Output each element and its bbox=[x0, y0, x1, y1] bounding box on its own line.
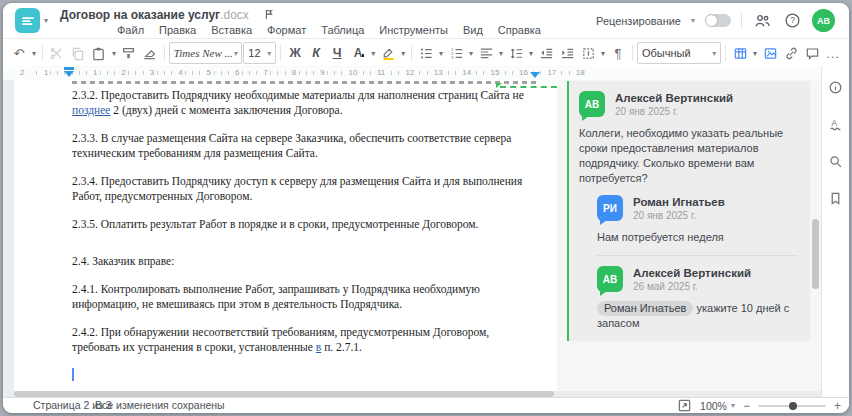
collaboration-users-icon[interactable] bbox=[752, 10, 772, 32]
ruler-number: 7 bbox=[262, 68, 268, 77]
comment-thread[interactable]: РИРоман Игнатьев20 янв 2025 г.Нам потреб… bbox=[597, 195, 798, 245]
align-caret-icon[interactable]: ▾ bbox=[497, 42, 505, 64]
comment-date: 20 янв 2025 г. bbox=[615, 106, 798, 117]
insert-table-caret-icon[interactable]: ▾ bbox=[751, 42, 759, 64]
comment-thread[interactable]: АВАлексей Вертинский26 май 2025 г.Роман … bbox=[597, 255, 798, 331]
menu-item-8[interactable]: Справка bbox=[498, 24, 541, 36]
paragraph[interactable]: 2.4.1. Контролировать выполнение Работ, … bbox=[72, 282, 536, 312]
right-sidebar: А bbox=[821, 67, 849, 398]
review-mode-label[interactable]: Рецензирование bbox=[596, 15, 681, 27]
mention-chip[interactable]: Роман Игнатьев bbox=[597, 301, 693, 316]
align-left-button[interactable] bbox=[476, 42, 496, 64]
bullet-list-caret-icon[interactable]: ▾ bbox=[437, 42, 445, 64]
first-line-indent-marker[interactable] bbox=[64, 71, 74, 77]
zoom-out-button[interactable]: − bbox=[743, 401, 750, 411]
status-bar: Страница 2 из 3 Все изменения сохранены … bbox=[3, 397, 849, 413]
vertical-scrollbar[interactable] bbox=[812, 219, 819, 289]
svg-text:3: 3 bbox=[451, 55, 454, 60]
menu-item-5[interactable]: Таблица bbox=[321, 24, 364, 36]
document-page[interactable]: 2.3.2. Предоставить Подрядчику необходим… bbox=[14, 80, 558, 391]
app-window: ▾ Договор на оказание услуг.docx ФайлПра… bbox=[3, 3, 849, 413]
comment-text-content: Нам потребуется неделя bbox=[597, 231, 724, 243]
paragraph[interactable]: 2.4.2. При обнаружении несоответствий тр… bbox=[72, 325, 536, 355]
highlight-color-button[interactable] bbox=[378, 42, 398, 64]
help-icon[interactable]: ? bbox=[782, 10, 802, 32]
paste-button[interactable] bbox=[89, 42, 109, 64]
bullet-list-button[interactable] bbox=[416, 42, 436, 64]
menu-item-2[interactable]: Правка bbox=[159, 24, 196, 36]
paragraph[interactable]: 2.3.2. Предоставить Подрядчику необходим… bbox=[72, 88, 536, 118]
paragraph-borders-caret-icon[interactable]: ▾ bbox=[599, 42, 607, 64]
line-spacing-caret-icon[interactable]: ▾ bbox=[527, 42, 535, 64]
numbered-list-button[interactable]: 123 bbox=[446, 42, 466, 64]
toolbar-more-button[interactable]: ... bbox=[823, 42, 843, 64]
paragraph-text: 2.3.2. Предоставить Подрядчику необходим… bbox=[72, 89, 524, 101]
document-text[interactable]: 2.3.2. Предоставить Подрядчику необходим… bbox=[72, 88, 536, 383]
comment-author: Алексей Вертинский bbox=[633, 266, 798, 279]
comment-thread[interactable]: АВАлексей Вертинский20 янв 2025 г.Коллег… bbox=[579, 91, 798, 185]
font-name-select[interactable]: Times New ...▾ bbox=[169, 42, 243, 64]
paragraph-borders-button[interactable] bbox=[578, 42, 598, 64]
format-painter-button[interactable] bbox=[119, 42, 139, 64]
flag-icon[interactable] bbox=[263, 8, 275, 21]
insert-table-button[interactable] bbox=[730, 42, 750, 64]
user-avatar[interactable]: АВ bbox=[812, 9, 835, 32]
paragraph[interactable]: 2.3.5. Оплатить результат Работ в порядк… bbox=[72, 217, 536, 232]
decrease-indent-button[interactable] bbox=[536, 42, 556, 64]
paragraph-text: 2.4.2. При обнаружении несоответствий тр… bbox=[72, 326, 489, 353]
save-status: Все изменения сохранены bbox=[95, 399, 225, 411]
spellcheck-icon[interactable]: А bbox=[828, 116, 844, 132]
zoom-slider[interactable] bbox=[758, 405, 826, 407]
undo-caret-icon[interactable]: ▾ bbox=[30, 42, 38, 64]
paragraph-style-select[interactable]: Обычный▾ bbox=[637, 42, 721, 64]
zoom-level[interactable]: 100% bbox=[700, 400, 727, 412]
zoom-in-button[interactable]: + bbox=[834, 401, 841, 411]
menu-item-1[interactable]: Файл bbox=[117, 24, 144, 36]
ruler-number: 1 bbox=[92, 68, 98, 77]
text-cursor bbox=[72, 368, 74, 381]
line-spacing-button[interactable] bbox=[506, 42, 526, 64]
fit-to-width-button[interactable] bbox=[676, 398, 692, 414]
zoom-slider-handle[interactable] bbox=[789, 402, 797, 410]
about-info-icon[interactable] bbox=[828, 79, 844, 95]
insert-image-button[interactable] bbox=[760, 42, 780, 64]
logo-caret-icon[interactable]: ▾ bbox=[44, 16, 48, 25]
increase-indent-button[interactable] bbox=[557, 42, 577, 64]
font-color-caret-icon[interactable]: ▾ bbox=[369, 42, 377, 64]
menu-item-6[interactable]: Инструменты bbox=[379, 24, 448, 36]
comment-author: Роман Игнатьев bbox=[633, 195, 798, 208]
menu-item-3[interactable]: Вставка bbox=[211, 24, 252, 36]
review-toggle[interactable] bbox=[705, 14, 731, 27]
underline-button[interactable]: Ч bbox=[327, 42, 347, 64]
font-color-button[interactable]: А bbox=[348, 42, 368, 64]
zoom-caret-icon[interactable]: ▾ bbox=[731, 401, 735, 410]
bookmark-icon[interactable] bbox=[828, 190, 844, 206]
clear-style-button[interactable] bbox=[140, 42, 160, 64]
numbered-list-caret-icon[interactable]: ▾ bbox=[467, 42, 475, 64]
insert-link-button[interactable] bbox=[781, 42, 801, 64]
app-logo-icon[interactable] bbox=[15, 8, 40, 33]
insert-comment-button[interactable] bbox=[802, 42, 822, 64]
ruler-number: 4 bbox=[177, 68, 183, 77]
paragraph[interactable]: 2.3.3. В случае размещения Сайта на серв… bbox=[72, 131, 536, 161]
nonprinting-chars-button[interactable]: ¶ bbox=[608, 42, 628, 64]
paragraph[interactable]: 2.4. Заказчик вправе: bbox=[72, 254, 536, 269]
menu-item-7[interactable]: Вид bbox=[463, 24, 483, 36]
ruler-number: 10 bbox=[348, 68, 359, 77]
cut-button[interactable] bbox=[47, 42, 67, 64]
comment-card[interactable]: АВАлексей Вертинский20 янв 2025 г.Коллег… bbox=[567, 81, 810, 341]
bold-button[interactable]: Ж bbox=[285, 42, 305, 64]
menu-item-4[interactable]: Формат bbox=[267, 24, 306, 36]
search-icon[interactable] bbox=[828, 153, 844, 169]
indent-marker[interactable] bbox=[64, 67, 74, 70]
paragraph[interactable]: 2.3.4. Предоставить Подрядчику доступ к … bbox=[72, 174, 536, 204]
right-indent-marker[interactable] bbox=[530, 72, 540, 78]
undo-button[interactable]: ↶ bbox=[9, 42, 29, 64]
paste-caret-icon[interactable]: ▾ bbox=[110, 42, 118, 64]
font-size-select[interactable]: 12▾ bbox=[243, 42, 276, 64]
ruler-number: 6 bbox=[234, 68, 240, 77]
italic-button[interactable]: К bbox=[306, 42, 326, 64]
copy-button[interactable] bbox=[68, 42, 88, 64]
highlight-caret-icon[interactable]: ▾ bbox=[399, 42, 407, 64]
review-caret-icon[interactable]: ▾ bbox=[691, 16, 695, 25]
